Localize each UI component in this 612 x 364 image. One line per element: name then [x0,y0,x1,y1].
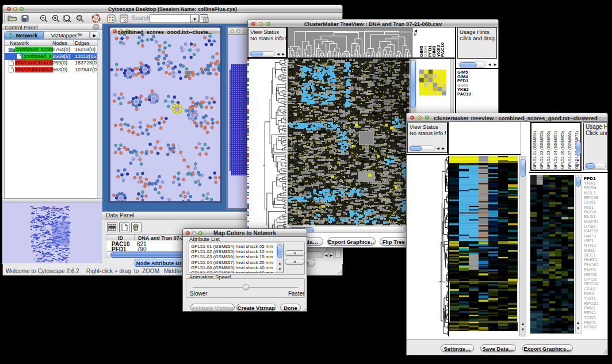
svg-text:GPL51-06 (GSM865): GPL51-06 (GSM865) [560,131,565,169]
svg-text:GPL51-02 (GSM855): GPL51-02 (GSM855) [540,131,544,169]
svg-text:GPL51-03 (GSM856): GPL51-03 (GSM856) [546,131,551,169]
svg-text:GPL51-07 (GSM868): GPL51-07 (GSM868) [568,131,572,169]
svg-text:PAC10: PAC10 [440,42,445,57]
svg-text:GPL51-04 (GSM857): GPL51-04 (GSM857) [553,131,558,169]
svg-text:GPL51-01 (GSM854): GPL51-01 (GSM854) [533,131,537,169]
